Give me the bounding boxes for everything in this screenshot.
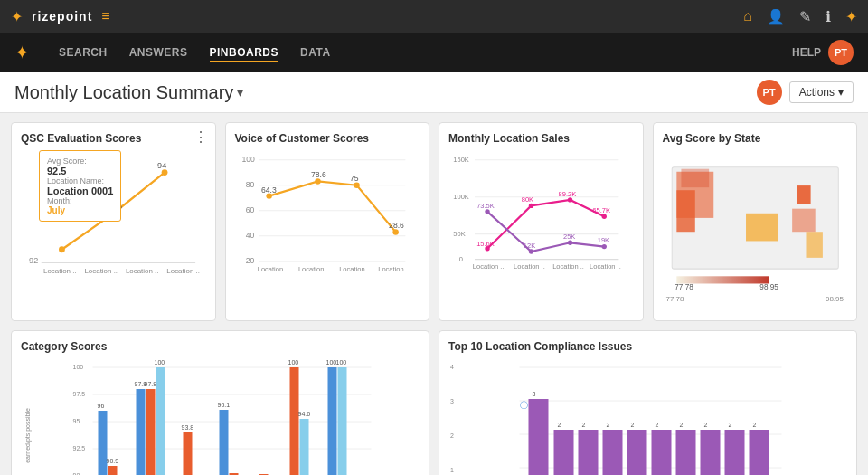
svg-point-22 [315,178,320,184]
nav-pinboards[interactable]: PINBOARDS [210,43,279,62]
svg-rect-134 [701,430,721,475]
svg-point-24 [392,229,398,234]
logo-text: rizepoint [32,9,92,24]
compliance-y-axis: 4 3 2 1 0 [448,358,463,475]
svg-text:65.7K: 65.7K [592,206,610,214]
svg-rect-66 [792,209,816,233]
star-icon[interactable]: ✦ [845,8,857,25]
svg-text:92.5: 92.5 [73,445,86,451]
user-avatar-nav[interactable]: PT [828,40,854,65]
map-svg: 77.78 98.95 [663,150,848,295]
compliance-title: Top 10 Location Compliance Issues [448,340,847,353]
svg-text:2: 2 [450,432,454,439]
svg-rect-93 [184,432,193,475]
svg-point-43 [529,204,533,208]
svg-text:94.6: 94.6 [298,411,311,417]
map-title: Avg Score by State [663,132,848,145]
svg-text:100: 100 [73,364,84,370]
svg-text:73.5K: 73.5K [476,202,495,210]
svg-text:Location ..: Location .. [339,265,371,273]
svg-text:78.6: 78.6 [310,170,326,179]
svg-text:100: 100 [336,359,347,366]
sales-title: Monthly Location Sales [448,132,634,145]
compliance-chart-area: 4 3 2 1 0 ⓘ 3 [448,358,847,475]
info-icon[interactable]: ℹ [826,8,831,25]
nav-search[interactable]: SEARCH [59,43,108,62]
svg-point-48 [568,241,572,245]
voice-card: Voice of Customer Scores 100 80 60 40 20… [225,122,430,321]
svg-rect-84 [108,466,118,475]
svg-point-44 [568,197,572,202]
map-container: 77.78 98.95 [663,150,848,295]
qsc-menu-icon[interactable]: ⋮ [193,130,208,145]
title-caret-icon[interactable]: ▾ [237,85,243,100]
page-header-right: PT Actions ▾ [757,80,854,105]
svg-text:2: 2 [607,422,610,428]
user-icon[interactable]: 👤 [767,8,785,25]
y-axis-label: earned/pts possible [24,408,31,463]
svg-text:92: 92 [29,256,38,265]
actions-button[interactable]: Actions ▾ [789,81,854,103]
svg-text:2: 2 [729,422,732,428]
edit-icon[interactable]: ✎ [799,8,811,25]
svg-text:93.8: 93.8 [182,424,194,431]
nav-answers[interactable]: ANSWERS [129,43,188,62]
main-nav: ✦ SEARCH ANSWERS PINBOARDS DATA HELP PT [0,33,868,72]
help-button[interactable]: HELP [792,46,821,59]
svg-rect-124 [579,430,599,475]
home-icon[interactable]: ⌂ [743,8,752,24]
tooltip-month-label: Month: [47,196,113,205]
svg-rect-87 [137,389,146,475]
map-legend: 77.78 98.95 [663,295,848,303]
tooltip-avg-value: 92.5 [47,166,113,176]
svg-rect-130 [652,430,672,475]
svg-text:Location ..: Location .. [43,267,77,275]
user-avatar-page: PT [757,80,782,105]
svg-text:28.6: 28.6 [389,221,404,230]
dashboard: QSC Evaluation Scores ⋮ Avg Score: 92.5 … [0,113,868,475]
svg-text:75: 75 [350,174,359,183]
svg-text:2: 2 [558,422,561,428]
svg-text:12K: 12K [524,242,535,250]
svg-rect-83 [99,411,108,475]
svg-rect-126 [603,430,623,475]
qsc-tooltip: Avg Score: 92.5 Location Name: Location … [39,150,121,222]
svg-point-1 [59,246,65,252]
svg-rect-68 [806,232,822,258]
svg-text:2: 2 [680,422,684,428]
svg-rect-101 [290,367,299,475]
svg-text:98.95: 98.95 [760,283,778,291]
svg-text:2: 2 [704,422,708,428]
svg-text:Location ..: Location .. [552,262,584,271]
svg-text:96.1: 96.1 [218,402,231,408]
nav-data[interactable]: DATA [300,43,331,62]
page-title: Monthly Location Summary ▾ [14,82,243,103]
svg-text:Location ..: Location .. [514,262,545,271]
svg-text:100: 100 [155,359,165,366]
category-svg: 100 97.5 95 92.5 90 96 90.9 [33,358,420,475]
svg-text:3: 3 [533,391,536,397]
svg-text:100: 100 [241,155,255,164]
svg-rect-105 [328,367,337,475]
svg-text:Location ..: Location .. [378,265,410,273]
qsc-title: QSC Evaluation Scores [21,132,206,145]
hamburger-icon[interactable]: ≡ [101,8,109,24]
category-chart-area: earned/pts possible 100 97.5 95 92.5 90 [21,358,420,475]
map-min-label: 77.78 [666,295,684,303]
svg-point-47 [529,249,533,253]
top-bar-left: ✦ rizepoint ≡ [11,8,110,25]
page-title-text: Monthly Location Summary [14,82,233,103]
svg-rect-136 [725,430,745,475]
sales-card: Monthly Location Sales 150K 100K 50K 0 [439,122,644,321]
svg-rect-69 [681,169,709,187]
svg-rect-102 [300,419,309,475]
svg-point-46 [485,209,489,214]
svg-rect-138 [750,430,769,475]
top-bar-icons: ⌂ 👤 ✎ ℹ ✦ [743,8,857,25]
category-card: Category Scores earned/pts possible 100 … [11,330,429,475]
svg-rect-95 [220,410,229,475]
svg-text:150K: 150K [453,156,469,164]
voice-title: Voice of Customer Scores [235,132,420,145]
actions-label: Actions [799,86,835,99]
svg-text:Location ..: Location .. [126,267,159,275]
